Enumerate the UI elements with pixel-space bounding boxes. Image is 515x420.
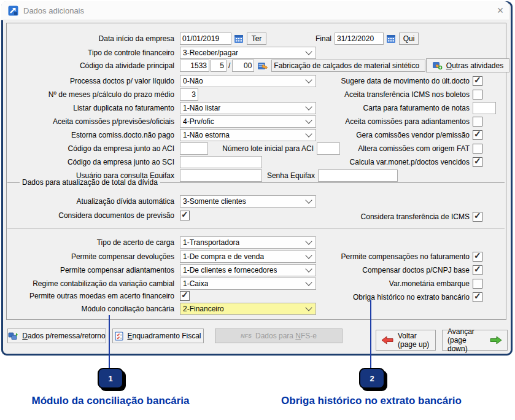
voltar-button[interactable]: Voltar (page up)	[376, 330, 436, 351]
weekday-start-button[interactable]: Ter	[247, 33, 266, 45]
estorna-label: Estorna comiss.docto.não pago	[0, 131, 177, 139]
atividade-codigo-input[interactable]	[180, 60, 209, 72]
check-row: Sugere data de movimento do últ.docto	[258, 76, 482, 86]
check-row: Aceita comissões para adiantamentos	[258, 117, 482, 126]
voltar-label: Voltar (page up)	[398, 332, 429, 349]
final-label: Final	[292, 34, 335, 43]
check-row: Gera comissões vendor p/emissão	[258, 130, 482, 140]
row-outras-moedas: Permite outras moedas em acerto financei…	[0, 291, 190, 301]
aceita-comissoes-label: Aceita comissões p/previsões/oficiais	[0, 117, 177, 126]
row-meses: Nº de meses p/cálculo do prazo médio	[0, 88, 198, 101]
devolucoes-value: 1-De compra e de venda	[183, 252, 264, 261]
calendar-icon[interactable]	[234, 34, 244, 44]
regime-value: 1-Caixa	[183, 279, 208, 288]
check-row: Aceita transferência ICMS nos boletos	[258, 90, 482, 99]
row-considera-previsao: Considera documentos de previsão	[0, 211, 190, 220]
aceita-icms-boletos-checkbox[interactable]	[473, 90, 482, 99]
app-trend-icon	[8, 6, 18, 16]
lookup-hand-icon[interactable]	[257, 61, 268, 71]
sugere-data-checkbox[interactable]	[473, 76, 482, 86]
carta-input[interactable]	[473, 102, 496, 114]
calendar-icon[interactable]	[386, 34, 396, 44]
carta-row: Carta para faturamento de notas	[258, 102, 496, 114]
weekday-final-button[interactable]: Qui	[399, 33, 419, 45]
annotation-line-2	[370, 300, 371, 368]
check-row: Considera transferência de ICMS	[258, 212, 482, 222]
gera-comissoes-checkbox[interactable]	[473, 130, 482, 140]
altera-comissoes-label: Altera comissões com origem FAT	[358, 144, 470, 153]
atualizacao-label: Atualização dívida automática	[0, 197, 177, 206]
check-row: Var.monetária embarque	[258, 279, 482, 289]
data-inicio-input[interactable]	[180, 33, 231, 45]
section-separator	[7, 228, 505, 228]
enquadramento-fiscal-button[interactable]: Enquadramento Fiscal	[112, 329, 204, 343]
data-inicio-label: Data início da empresa	[0, 34, 177, 43]
final-input[interactable]	[335, 33, 384, 45]
atividade-digito-input[interactable]	[211, 60, 227, 72]
chevron-down-icon	[305, 304, 312, 311]
row-atualizacao: Atualização dívida automática 3-Somente …	[0, 195, 316, 208]
enquadramento-fiscal-label: Enquadramento Fiscal	[127, 332, 201, 340]
aceita-icms-boletos-label: Aceita transferência ICMS nos boletos	[344, 90, 470, 99]
annotation-line-1	[109, 315, 110, 368]
considera-previsao-checkbox[interactable]	[180, 211, 190, 220]
nfs-icon: NFS	[241, 333, 252, 339]
outras-moedas-label: Permite outras moedas em acerto financei…	[0, 292, 177, 300]
cubes-icon	[8, 332, 18, 341]
check-row: Altera comissões com origem FAT	[258, 144, 482, 154]
considera-icms-checkbox[interactable]	[473, 212, 482, 222]
row-tipo-acerto: Tipo de acerto de carga 1-Transportadora	[0, 236, 316, 249]
meses-label: Nº de meses p/cálculo do prazo médio	[0, 90, 177, 99]
row-atividade: Código da atividade principal /	[0, 60, 425, 72]
dados-nfse-button: NFS Dados para NFS-e	[215, 329, 343, 343]
annotation-badge-1: 1	[98, 368, 123, 389]
aceita-adiantamentos-checkbox[interactable]	[473, 117, 482, 126]
titlebar: Dados adicionais	[1, 1, 509, 20]
processa-label: Processa doctos p/ valor líquido	[0, 77, 177, 85]
cod-aci-label: Código da empresa junto ao ACI	[0, 144, 177, 153]
altera-comissoes-checkbox[interactable]	[473, 144, 482, 154]
senha-equifax-input[interactable]	[318, 169, 398, 182]
tipo-controle-combo[interactable]: 3-Receber/pagar	[180, 47, 316, 59]
cod-sci-label: Código da empresa junto ao SCI	[0, 158, 177, 166]
gera-comissoes-label: Gera comissões vendor p/emissão	[356, 131, 470, 139]
checklist-icon	[115, 332, 123, 341]
atividade-separator: /	[227, 61, 232, 70]
obriga-historico-checkbox[interactable]	[473, 292, 482, 302]
row-sci: Código da empresa junto ao SCI	[0, 156, 262, 168]
compensar-cnpj-checkbox[interactable]	[473, 265, 482, 275]
arrow-right-icon	[490, 336, 502, 344]
var-monetaria-embarque-checkbox[interactable]	[473, 279, 482, 289]
modulo-conciliacao-combo[interactable]: 2-Financeiro	[180, 303, 316, 315]
meses-input[interactable]	[180, 88, 198, 101]
var-monetaria-embarque-label: Var.monetária embarque	[389, 279, 470, 288]
compensar-cnpj-label: Compensar doctos p/CNPJ base	[362, 266, 470, 274]
cod-aci-input[interactable]	[180, 142, 208, 155]
atualizacao-combo[interactable]: 3-Somente clientes	[180, 195, 316, 208]
cod-sci-input[interactable]	[180, 156, 262, 168]
weekday-final-label: Qui	[403, 34, 415, 43]
chevron-down-icon	[305, 238, 312, 244]
sugere-data-label: Sugere data de movimento do últ.docto	[341, 77, 470, 85]
dados-remessa-button[interactable]: Dados p/remessa/retorno	[7, 329, 106, 343]
outras-atividades-button[interactable]: Outras atividades	[426, 58, 509, 72]
annotation-label-2: Obriga histórico no extrato bancário	[270, 395, 473, 407]
weekday-start-label: Ter	[252, 34, 262, 43]
tipo-acerto-combo[interactable]: 1-Transportadora	[180, 236, 316, 249]
estorna-value: 1-Não estorna	[183, 131, 230, 139]
close-icon[interactable]: ×	[494, 4, 506, 17]
considera-previsao-label: Considera documentos de previsão	[0, 211, 177, 220]
considera-icms-label: Considera transferência de ICMS	[361, 212, 470, 221]
compensacoes-faturamento-checkbox[interactable]	[473, 252, 482, 262]
row-modulo-conciliacao: Módulo conciliação bancária 2-Financeiro	[0, 303, 316, 315]
tipo-controle-value: 3-Receber/pagar	[183, 49, 238, 57]
calcula-varmonet-checkbox[interactable]	[473, 157, 482, 167]
avancar-button[interactable]: Avançar (page down)	[442, 330, 508, 351]
divida-group-title: Dados para atualização de total da dívid…	[20, 178, 160, 187]
check-row: Permite compensações no faturamento	[258, 252, 482, 262]
usuario-equifax-input[interactable]	[180, 169, 262, 182]
atividade-sufixo-input[interactable]	[232, 60, 254, 72]
annotation-label-1: Módulo da conciliação bancária	[18, 395, 203, 407]
outras-moedas-checkbox[interactable]	[180, 291, 190, 301]
atividade-descricao-field	[271, 60, 425, 72]
